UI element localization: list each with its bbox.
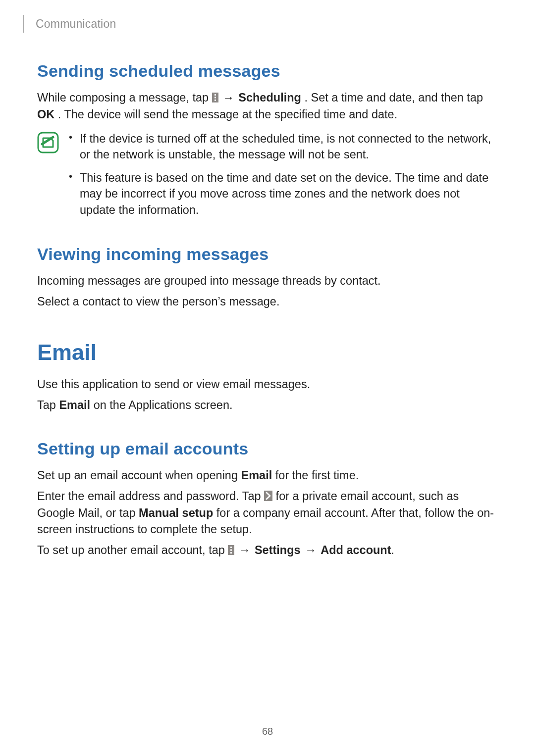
text-bold: OK xyxy=(37,108,54,121)
text: Tap xyxy=(37,399,59,411)
svg-rect-7 xyxy=(230,547,232,548)
note-item: This feature is based on the time and da… xyxy=(69,170,498,218)
text: . The device will send the message at th… xyxy=(58,108,397,121)
svg-rect-9 xyxy=(230,552,232,554)
menu-icon xyxy=(228,543,234,559)
text: . Set a time and date, and then tap xyxy=(304,91,483,104)
text: . xyxy=(391,544,395,556)
svg-rect-1 xyxy=(214,94,216,96)
para: Select a contact to view the person’s me… xyxy=(37,294,498,309)
breadcrumb: Communication xyxy=(36,17,116,31)
next-icon xyxy=(264,489,272,505)
heading-sending-scheduled: Sending scheduled messages xyxy=(37,61,498,81)
text: on the Applications screen. xyxy=(94,399,233,411)
arrow-icon: → xyxy=(221,91,235,104)
svg-rect-3 xyxy=(214,100,216,101)
page-number: 68 xyxy=(0,726,535,737)
note-block: If the device is turned off at the sched… xyxy=(37,131,498,225)
arrow-icon: → xyxy=(238,544,252,556)
header-divider xyxy=(23,15,24,33)
heading-viewing-incoming: Viewing incoming messages xyxy=(37,245,498,264)
text-bold: Email xyxy=(59,399,90,411)
svg-rect-2 xyxy=(214,97,216,99)
text: While composing a message, tap xyxy=(37,91,212,104)
svg-rect-8 xyxy=(230,550,232,551)
para: Use this application to send or view ema… xyxy=(37,376,498,392)
heading-email: Email xyxy=(37,340,498,365)
para-scheduling: While composing a message, tap → Schedul… xyxy=(37,90,498,123)
para: Enter the email address and password. Ta… xyxy=(37,488,498,537)
text-bold: Scheduling xyxy=(238,91,301,104)
text-bold: Manual setup xyxy=(139,506,213,519)
text: To set up another email account, tap xyxy=(37,544,228,556)
text: Set up an email account when opening xyxy=(37,469,241,482)
text-bold: Email xyxy=(241,469,272,482)
note-icon xyxy=(37,132,59,155)
text-bold: Settings xyxy=(255,544,301,556)
page-header: Communication xyxy=(23,15,498,33)
para: Incoming messages are grouped into messa… xyxy=(37,273,498,289)
text-bold: Add account xyxy=(321,544,391,556)
para: Set up an email account when opening Ema… xyxy=(37,467,498,483)
svg-rect-4 xyxy=(38,133,58,152)
text: for the first time. xyxy=(275,469,359,482)
heading-setting-up-email: Setting up email accounts xyxy=(37,439,498,458)
menu-icon xyxy=(212,91,218,106)
text: Enter the email address and password. Ta… xyxy=(37,490,264,503)
svg-rect-5 xyxy=(264,491,272,501)
manual-page: Communication Sending scheduled messages… xyxy=(0,0,535,756)
note-list: If the device is turned off at the sched… xyxy=(69,131,498,225)
para: Tap Email on the Applications screen. xyxy=(37,397,498,413)
para: To set up another email account, tap → S… xyxy=(37,542,498,559)
note-item: If the device is turned off at the sched… xyxy=(69,131,498,163)
arrow-icon: → xyxy=(304,544,318,556)
